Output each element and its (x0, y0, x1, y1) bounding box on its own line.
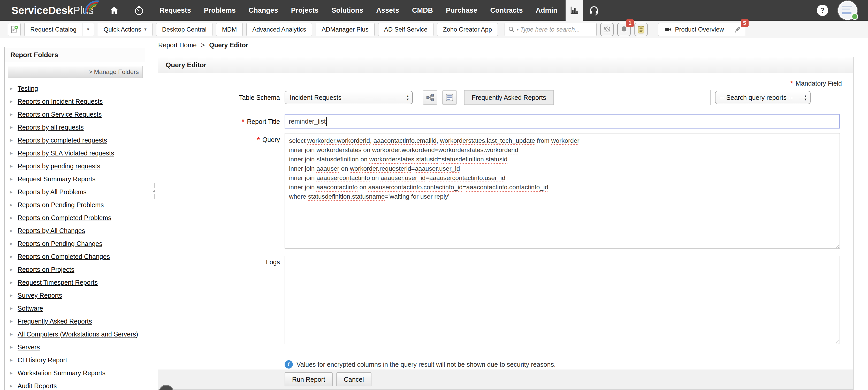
table-relationship-icon[interactable] (423, 90, 437, 105)
folder-expand-arrow-icon[interactable]: ▸ (10, 188, 14, 195)
resize-handle-icon[interactable] (834, 339, 839, 343)
home-icon[interactable] (107, 0, 122, 21)
report-title-input[interactable]: reminder_list (285, 114, 840, 128)
form-footer: Run Report Cancel (158, 369, 853, 389)
app-button-zoho-creator-app[interactable]: Zoho Creator App (437, 23, 498, 36)
resize-handle-icon[interactable] (834, 243, 839, 248)
dashboard-gauge-icon[interactable] (132, 0, 146, 21)
folder-expand-arrow-icon[interactable]: ▸ (10, 85, 14, 92)
app-button-advanced-analytics[interactable]: Advanced Analytics (246, 23, 312, 36)
topnav-item-changes[interactable]: Changes (242, 0, 285, 21)
folder-expand-arrow-icon[interactable]: ▸ (10, 253, 14, 260)
topnav-item-assets[interactable]: Assets (370, 0, 406, 21)
folder-expand-arrow-icon[interactable]: ▸ (10, 292, 14, 299)
user-avatar[interactable] (837, 0, 858, 21)
folder-expand-arrow-icon[interactable]: ▸ (10, 98, 14, 105)
folder-expand-arrow-icon[interactable]: ▸ (10, 240, 14, 247)
global-search[interactable]: ▾ (504, 23, 597, 36)
search-query-reports-select[interactable]: -- Search query reports -- ▴▾ (715, 91, 811, 104)
search-scope-dropdown-icon[interactable]: ▾ (517, 27, 519, 32)
table-schema-select[interactable]: Incident Requests ▴▾ (285, 91, 413, 104)
folder-expand-arrow-icon[interactable]: ▸ (10, 176, 14, 182)
folder-expand-arrow-icon[interactable]: ▸ (10, 150, 14, 156)
folder-expand-arrow-icon[interactable]: ▸ (10, 202, 14, 208)
folder-expand-arrow-icon[interactable]: ▸ (10, 305, 14, 312)
folder-expand-arrow-icon[interactable]: ▸ (10, 111, 14, 118)
app-button-admanager-plus[interactable]: ADManager Plus (316, 23, 374, 36)
topnav-item-problems[interactable]: Problems (197, 0, 242, 21)
frequently-asked-reports-button[interactable]: Frequently Asked Reports (464, 90, 554, 105)
product-overview-button[interactable]: Product Overview (658, 23, 730, 36)
folder-link-reports-by-completed-requests[interactable]: Reports by completed requests (18, 137, 107, 144)
folder-expand-arrow-icon[interactable]: ▸ (10, 318, 14, 325)
folder-expand-arrow-icon[interactable]: ▸ (10, 279, 14, 286)
app-button-ad-self-service[interactable]: AD Self Service (378, 23, 433, 36)
new-request-template-icon[interactable] (8, 23, 21, 36)
folder-expand-arrow-icon[interactable]: ▸ (10, 124, 14, 130)
notifications-bell-icon[interactable]: 1 (617, 23, 631, 36)
folder-link-reports-on-pending-problems[interactable]: Reports on Pending Problems (18, 201, 104, 209)
folder-expand-arrow-icon[interactable]: ▸ (10, 214, 14, 221)
topnav-item-solutions[interactable]: Solutions (325, 0, 370, 21)
folder-expand-arrow-icon[interactable]: ▸ (10, 344, 14, 351)
folder-link-reports-by-pending-requests[interactable]: Reports by pending requests (18, 162, 100, 170)
topnav-item-contracts[interactable]: Contracts (484, 0, 529, 21)
folder-link-software[interactable]: Software (18, 305, 43, 312)
breadcrumb-report-home-link[interactable]: Report Home (158, 41, 197, 49)
folder-link-reports-by-sla-violated-requests[interactable]: Reports by SLA Violated requests (18, 149, 114, 157)
folder-expand-arrow-icon[interactable]: ▸ (10, 357, 14, 363)
folder-link-testing[interactable]: Testing (18, 85, 38, 92)
folder-link-ci-history-report[interactable]: CI History Report (18, 356, 67, 364)
manage-folders-link[interactable]: > Manage Folders (8, 66, 143, 78)
tasks-clipboard-icon[interactable] (634, 23, 648, 36)
folder-link-reports-on-completed-problems[interactable]: Reports on Completed Problems (18, 214, 112, 222)
folder-item: ▸Reports on Completed Changes (5, 250, 146, 263)
cancel-button[interactable]: Cancel (336, 372, 371, 386)
app-button-desktop-central[interactable]: Desktop Central (156, 23, 213, 36)
folder-link-request-summary-reports[interactable]: Request Summary Reports (18, 175, 96, 183)
folder-expand-arrow-icon[interactable]: ▸ (10, 369, 14, 376)
folder-link-reports-on-completed-changes[interactable]: Reports on Completed Changes (18, 253, 110, 261)
topnav-item-projects[interactable]: Projects (285, 0, 325, 21)
folder-expand-arrow-icon[interactable]: ▸ (10, 163, 14, 170)
folder-link-reports-on-projects[interactable]: Reports on Projects (18, 266, 74, 273)
query-textarea[interactable]: select workorder.workorderid, aaacontact… (285, 133, 840, 248)
sidebar-collapse-handle[interactable]: ◂ (152, 181, 155, 201)
topnav-item-purchase[interactable]: Purchase (439, 0, 484, 21)
folder-expand-arrow-icon[interactable]: ▸ (10, 383, 14, 389)
folder-link-reports-on-pending-changes[interactable]: Reports on Pending Changes (18, 240, 102, 247)
topnav-item-cmdb[interactable]: CMDB (406, 0, 439, 21)
folder-expand-arrow-icon[interactable]: ▸ (10, 137, 14, 144)
folder-expand-arrow-icon[interactable]: ▸ (10, 266, 14, 273)
request-catalog-button[interactable]: Request Catalog (24, 23, 83, 36)
folder-link-frequently-asked-reports[interactable]: Frequently Asked Reports (18, 318, 92, 325)
folder-link-reports-by-all-problems[interactable]: Reports by All Problems (18, 188, 87, 196)
folder-link-survey-reports[interactable]: Survey Reports (18, 292, 62, 299)
folder-expand-arrow-icon[interactable]: ▸ (10, 227, 14, 234)
app-button-mdm[interactable]: MDM (216, 23, 243, 36)
folder-link-all-computers-workstations-and-servers[interactable]: All Computers (Workstations and Servers) (18, 331, 138, 338)
topnav-item-requests[interactable]: Requests (153, 0, 197, 21)
folder-link-servers[interactable]: Servers (18, 343, 40, 351)
chevron-down-icon: ▾ (87, 27, 89, 32)
logs-textarea[interactable] (285, 256, 840, 344)
reports-tab-active[interactable] (565, 0, 583, 21)
folder-link-request-timespent-reports[interactable]: Request Timespent Reports (18, 279, 98, 286)
run-report-button[interactable]: Run Report (285, 372, 333, 386)
folder-link-reports-on-service-requests[interactable]: Reports on Service Requests (18, 111, 101, 118)
recent-items-icon[interactable] (600, 23, 614, 36)
folder-expand-arrow-icon[interactable]: ▸ (10, 331, 14, 337)
topnav-item-admin[interactable]: Admin (529, 0, 564, 21)
folder-link-reports-by-all-requests[interactable]: Reports by all requests (18, 124, 84, 131)
folder-link-reports-by-all-changes[interactable]: Reports by All Changes (18, 227, 85, 235)
request-catalog-dropdown[interactable]: ▾ (82, 23, 94, 36)
folder-link-audit-reports[interactable]: Audit Reports (18, 382, 57, 390)
table-columns-icon[interactable] (442, 90, 457, 105)
folder-link-reports-on-incident-requests[interactable]: Reports on Incident Requests (18, 98, 103, 105)
search-input[interactable] (520, 26, 593, 33)
whats-new-rocket-icon[interactable]: 5 (730, 23, 745, 36)
folder-link-workstation-summary-reports[interactable]: Workstation Summary Reports (18, 369, 105, 377)
headset-icon[interactable] (587, 0, 601, 21)
help-icon[interactable]: ? (817, 5, 828, 16)
quick-actions-button[interactable]: Quick Actions ▾ (98, 23, 153, 36)
